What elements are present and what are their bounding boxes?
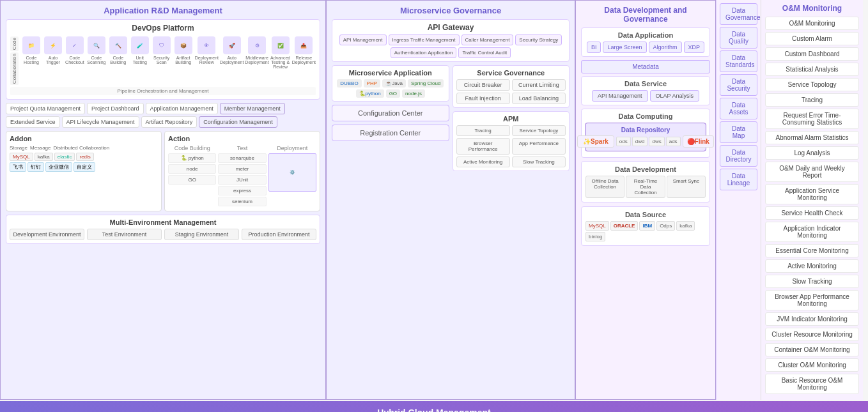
data-directory-btn[interactable]: Data Directory [720, 145, 757, 167]
oam-cluster-oam[interactable]: Cluster O&M Monitoring [765, 358, 859, 372]
gw-ingress[interactable]: Ingress Traffic Management [389, 34, 460, 45]
gov-current[interactable]: Current Limiting [512, 79, 566, 91]
env-test[interactable]: Test Environment [87, 229, 162, 240]
pipeline-review: 👁 Deployment Review [195, 36, 219, 69]
pipeline-label: Middleware Deployment [245, 56, 268, 65]
api-gateway-title: API Gateway [336, 23, 566, 32]
oam-statistical[interactable]: Statistical Analysis [765, 63, 859, 76]
oam-jvm[interactable]: JVM Indicator Monitoring [765, 312, 859, 326]
gov-load[interactable]: Load Balancing [512, 93, 566, 104]
mgmt-member[interactable]: Member Management [220, 103, 285, 114]
da-algorithm[interactable]: Algorithm [649, 42, 682, 53]
apm-row3: Active Monitoring Slow Tracking [456, 156, 566, 167]
logo-nodejs: node.js [402, 89, 425, 98]
da-bi[interactable]: BI [587, 42, 601, 53]
mgmt-project-dashboard[interactable]: Project Dashboard [87, 103, 144, 114]
env-staging[interactable]: Staging Environment [164, 229, 239, 240]
oam-req-error[interactable]: Request Error Time-Consuming Statistics [765, 109, 859, 129]
mgmt-extended[interactable]: Extended Service [6, 116, 60, 128]
smart-sync[interactable]: Smart Sync [667, 176, 706, 198]
apm-slow[interactable]: Slow Tracking [512, 156, 566, 167]
apm-browser[interactable]: Browser Performance [456, 138, 510, 155]
logo-php: PHP [364, 79, 380, 88]
data-lineage-btn[interactable]: Data Lineage [720, 169, 757, 190]
config-center-box[interactable]: Configuration Center [332, 105, 449, 121]
pipeline-vertical-label: Code [10, 36, 19, 51]
oam-slow[interactable]: Slow Tracking [765, 275, 859, 288]
pipeline-icon: 🔍 [88, 36, 105, 54]
ds-olap[interactable]: OLAP Analysis [650, 90, 699, 102]
data-security-btn[interactable]: Data Security [720, 74, 757, 96]
pipeline-label: Code Building [108, 56, 128, 65]
pipeline-icon: 📦 [174, 36, 192, 54]
mgmt-app-management[interactable]: Application Management [146, 103, 218, 114]
pipeline-middleware: ⚙ Middleware Deployment [245, 36, 268, 69]
oam-essential-core[interactable]: Essential Core Monitoring [765, 244, 859, 257]
metadata-label: Metadata [632, 63, 659, 70]
oam-topology[interactable]: Service Topology [765, 78, 859, 91]
src-odps: Odps [656, 221, 675, 231]
gw-auth[interactable]: Authentication Application [391, 47, 457, 58]
data-governance-btn[interactable]: Data Governance [720, 3, 757, 25]
data-assets-btn[interactable]: Data Assets [720, 98, 757, 119]
pipeline-label: Unit Testing [130, 56, 150, 65]
addon-feishu: 飞书 [10, 162, 26, 172]
oam-custom-dashboard[interactable]: Custom Dashboard [765, 47, 859, 61]
oam-browser-app[interactable]: Browser App Performance Monitoring [765, 290, 859, 310]
oam-active[interactable]: Active Monitoring [765, 259, 859, 273]
oam-log[interactable]: Log Analysis [765, 146, 859, 160]
data-quality-btn[interactable]: Data Quality [720, 27, 757, 49]
addon-redis: redis [76, 153, 93, 161]
oam-basic-resource[interactable]: Basic Resource O&M Monitoring [765, 374, 859, 394]
oam-abnormal[interactable]: Abnormal Alarm Statistics [765, 131, 859, 144]
pipeline-icon: ⚡ [44, 36, 62, 54]
realtime-collection[interactable]: Real-Time Data Collection [626, 176, 665, 198]
pipeline-icon: ✅ [272, 36, 290, 54]
ds-api[interactable]: API Management [592, 90, 648, 102]
oam-app-service[interactable]: Application Service Monitoring [765, 184, 859, 204]
oam-health-check[interactable]: Service Health Check [765, 206, 859, 220]
oam-custom-alarm[interactable]: Custom Alarm [765, 32, 859, 45]
pipeline-label: Code Scanning [86, 56, 107, 65]
data-map-btn[interactable]: Data Map [720, 121, 757, 143]
da-large-screen[interactable]: Large Screen [603, 42, 646, 53]
pipeline-artifact: 📦 Artifact Building [173, 36, 194, 69]
apm-active[interactable]: Active Monitoring [456, 156, 510, 167]
oam-daily-weekly[interactable]: O&M Daily and Weekly Report [765, 162, 859, 182]
data-standards-btn[interactable]: Data Standards [720, 50, 757, 72]
spark-label: ✨Spark [583, 138, 608, 145]
addon-box: Addon Storage Message Distributed Collab… [6, 131, 162, 211]
apm-app[interactable]: App Performance [512, 138, 566, 155]
action-title: Action [168, 135, 316, 142]
data-source-box: Data Source MySQL ORACLE IBM Odps kafka … [581, 206, 710, 246]
oam-container[interactable]: Container O&M Monitoring [765, 343, 859, 356]
pipeline-label: Artifact Building [173, 56, 194, 65]
metadata-box[interactable]: Metadata [581, 60, 710, 73]
offline-collection[interactable]: Offline Data Collection [585, 176, 624, 198]
gw-traffic[interactable]: Traffic Control Audit [458, 47, 511, 58]
gov-fault[interactable]: Fault Injection [456, 93, 510, 104]
oam-app-indicator[interactable]: Application Indicator Monitoring [765, 222, 859, 242]
mgmt-project-quota[interactable]: Project Quota Management [6, 103, 85, 114]
gw-security[interactable]: Security Strategy [515, 34, 562, 45]
apm-tracing[interactable]: Tracing [456, 125, 510, 136]
data-dev-section: Data Development and Governance Data App… [575, 0, 716, 400]
da-xdp[interactable]: XDP [684, 42, 705, 53]
oam-cluster-resource[interactable]: Cluster Resource Monitoring [765, 328, 859, 341]
apm-topology[interactable]: Service Topology [512, 125, 566, 136]
mgmt-config[interactable]: Configuration Management [199, 116, 277, 128]
mgmt-artifact[interactable]: Artifact Repository [141, 116, 198, 128]
addon-sub-row: Storage Message Distributed Collaboratio… [10, 145, 158, 151]
addon-distributed: Distributed Collaboration [54, 145, 110, 151]
registration-center-box[interactable]: Registration Center [332, 125, 449, 141]
mgmt-api-lifecycle[interactable]: API Lifecycle Management [62, 116, 139, 128]
gw-api-management[interactable]: API Management [339, 34, 387, 45]
oam-monitoring[interactable]: O&M Monitoring [765, 17, 859, 30]
pipeline-icon: ⚙ [248, 36, 266, 54]
pipeline-auto-trigger: ⚡ Auto Trigger [43, 36, 63, 69]
oam-tracing[interactable]: Tracing [765, 93, 859, 107]
gov-circuit[interactable]: Circuit Breaker [456, 79, 510, 91]
env-production[interactable]: Production Environment [242, 229, 316, 240]
env-development[interactable]: Development Environment [10, 229, 84, 240]
gw-caller[interactable]: Caller Management [461, 34, 514, 45]
